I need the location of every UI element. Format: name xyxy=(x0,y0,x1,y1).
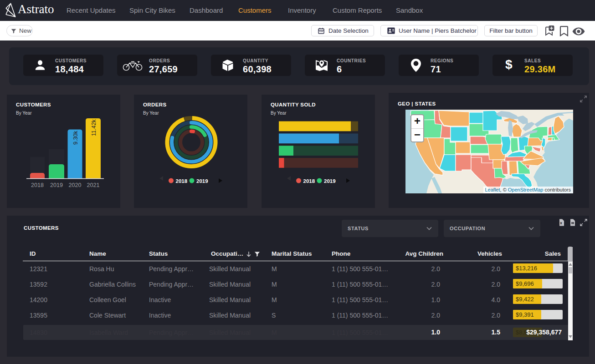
svg-text:9.30k: 9.30k xyxy=(72,131,79,145)
svg-text:x: x xyxy=(560,221,562,225)
svg-text:2019: 2019 xyxy=(324,178,336,184)
svg-text:2018: 2018 xyxy=(303,178,315,184)
svg-text:2019: 2019 xyxy=(50,182,63,188)
svg-text:2018: 2018 xyxy=(31,182,44,188)
svg-text:2018: 2018 xyxy=(176,178,188,184)
svg-text:11.42k: 11.42k xyxy=(91,119,97,136)
svg-text:2020: 2020 xyxy=(69,182,82,188)
svg-text:2019: 2019 xyxy=(196,178,208,184)
svg-text:2021: 2021 xyxy=(87,182,100,188)
